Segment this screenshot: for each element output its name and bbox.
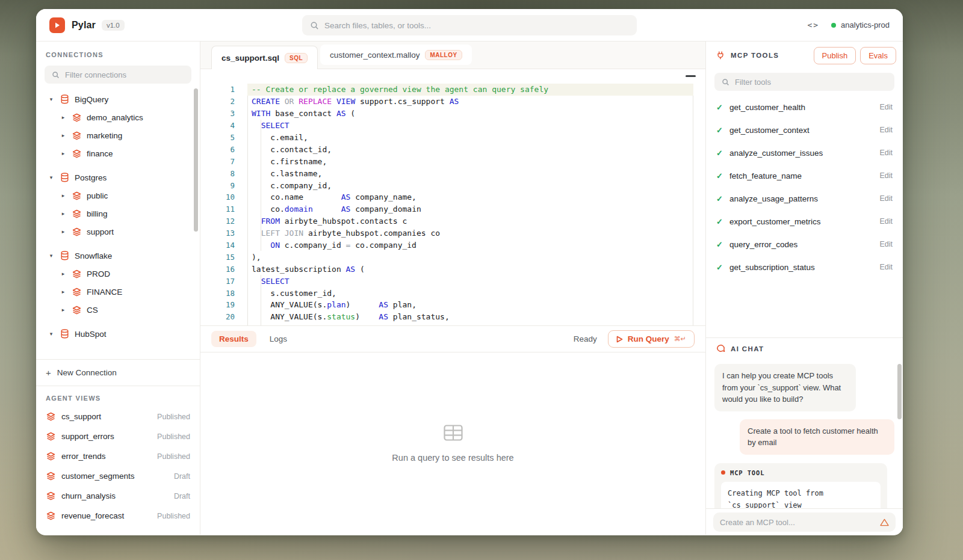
- global-search-input[interactable]: Search files, tables, or tools...: [302, 15, 637, 35]
- sidebar: CONNECTIONS Filter connections ▾BigQuery…: [36, 42, 200, 535]
- view-status-badge: Draft: [174, 492, 190, 500]
- schema-public[interactable]: ▸public: [36, 186, 200, 205]
- line-number: 9: [200, 181, 235, 190]
- code-line-2[interactable]: 2CREATE OR REPLACE VIEW support.cs_suppo…: [200, 96, 693, 108]
- agent-view-support_errors[interactable]: support_errorsPublished: [36, 426, 200, 446]
- mcp-tool-get_customer_context[interactable]: ✓get_customer_contextEdit: [706, 118, 903, 141]
- schema-layers-icon: [72, 305, 81, 315]
- filter-tools-input[interactable]: Filter tools: [714, 73, 894, 91]
- code-line-10[interactable]: 10 co.name AS company_name,: [200, 191, 693, 203]
- view-layers-icon: [46, 511, 55, 521]
- code-line-19[interactable]: 19 ANY_VALUE(s.plan) AS plan,: [200, 299, 693, 311]
- code-line-1[interactable]: 1-- Create or replace a governed view th…: [200, 84, 693, 96]
- language-badge: MALLOY: [425, 50, 462, 60]
- schema-finance[interactable]: ▸finance: [36, 144, 200, 162]
- editor-pane: cs_support.sqlSQLcustomer_context.malloy…: [200, 42, 705, 535]
- connection-hubspot[interactable]: ▾HubSpot: [36, 325, 200, 343]
- tab-logs[interactable]: Logs: [270, 334, 287, 343]
- edit-tool-link[interactable]: Edit: [879, 126, 893, 134]
- send-warning-icon[interactable]: [880, 518, 889, 526]
- mcp-tool-fetch_feature_name[interactable]: ✓fetch_feature_nameEdit: [706, 164, 903, 187]
- schema-cs[interactable]: ▸CS: [36, 301, 200, 319]
- caret-right-icon: ▸: [60, 289, 66, 295]
- code-line-3[interactable]: 3WITH base_contact AS (: [200, 108, 693, 120]
- tab-customer_context.malloy[interactable]: customer_context.malloyMALLOY: [320, 45, 472, 65]
- code-line-6[interactable]: 6 c.contact_id,: [200, 143, 693, 155]
- schema-demo_analytics[interactable]: ▸demo_analytics: [36, 108, 200, 126]
- edit-tool-link[interactable]: Edit: [879, 217, 893, 226]
- mcp-tool-query_error_codes[interactable]: ✓query_error_codesEdit: [706, 233, 903, 256]
- chat-messages[interactable]: I can help you create MCP tools from you…: [706, 359, 903, 508]
- code-line-14[interactable]: 14 ON c.company_id = co.company_id: [200, 239, 693, 251]
- mcp-tool-analyze_customer_issues[interactable]: ✓analyze_customer_issuesEdit: [706, 141, 903, 164]
- run-query-button[interactable]: Run Query ⌘↵: [608, 330, 695, 348]
- mcp-tool-export_customer_metrics[interactable]: ✓export_customer_metricsEdit: [706, 210, 903, 233]
- schema-layers-icon: [72, 287, 81, 297]
- code-line-7[interactable]: 7 c.firstname,: [200, 155, 693, 167]
- assistant-message: I can help you create MCP tools from you…: [714, 364, 856, 411]
- code-line-21[interactable]: 21 MAX(s.current_period_end) AS current_…: [200, 323, 693, 325]
- line-number: 5: [200, 133, 235, 142]
- connection-postgres[interactable]: ▾Postgres: [36, 168, 200, 186]
- collapse-editor-icon[interactable]: [686, 75, 696, 77]
- schema-layers-icon: [72, 269, 81, 278]
- agent-view-customer_segments[interactable]: customer_segmentsDraft: [36, 466, 200, 486]
- code-line-4[interactable]: 4 SELECT: [200, 120, 693, 132]
- edit-tool-link[interactable]: Edit: [879, 103, 893, 111]
- code-editor[interactable]: 1-- Create or replace a governed view th…: [200, 69, 705, 325]
- code-line-15[interactable]: 15),: [200, 251, 693, 263]
- code-line-13[interactable]: 13 LEFT JOIN airbyte_hubspot.companies c…: [200, 227, 693, 239]
- code-line-8[interactable]: 8 c.lastname,: [200, 167, 693, 179]
- global-search-placeholder: Search files, tables, or tools...: [324, 21, 431, 30]
- code-line-20[interactable]: 20 ANY_VALUE(s.status) AS plan_status,: [200, 311, 693, 323]
- schema-prod[interactable]: ▸PROD: [36, 265, 200, 283]
- sidebar-scrollbar[interactable]: [194, 88, 198, 232]
- code-line-17[interactable]: 17 SELECT: [200, 275, 693, 287]
- mcp-tool-get_subscription_status[interactable]: ✓get_subscription_statusEdit: [706, 256, 903, 278]
- schema-support[interactable]: ▸support: [36, 223, 200, 241]
- schema-billing[interactable]: ▸billing: [36, 205, 200, 223]
- code-line-9[interactable]: 9 c.company_id,: [200, 179, 693, 191]
- edit-tool-link[interactable]: Edit: [879, 194, 893, 203]
- mcp-tool-get_customer_health[interactable]: ✓get_customer_healthEdit: [706, 96, 903, 118]
- new-connection-button[interactable]: + New Connection: [36, 359, 200, 386]
- line-number: 20: [200, 312, 235, 321]
- code-line-5[interactable]: 5 c.email,: [200, 132, 693, 144]
- code-line-12[interactable]: 12 FROM airbyte_hubspot.contacts c: [200, 215, 693, 227]
- line-number: 1: [200, 85, 235, 94]
- database-icon: [60, 251, 69, 260]
- tab-results[interactable]: Results: [211, 331, 256, 347]
- chat-scrollbar[interactable]: [897, 364, 902, 419]
- edit-tool-link[interactable]: Edit: [879, 171, 893, 180]
- chat-bubble-icon: [716, 344, 725, 354]
- schema-marketing[interactable]: ▸marketing: [36, 126, 200, 144]
- caret-right-icon: ▸: [60, 132, 66, 138]
- agent-view-revenue_forecast[interactable]: revenue_forecastPublished: [36, 506, 200, 526]
- chat-input[interactable]: Create an MCP tool...: [713, 512, 896, 532]
- database-icon: [60, 173, 69, 182]
- environment-selector[interactable]: analytics-prod: [831, 20, 890, 29]
- publish-button[interactable]: Publish: [814, 47, 856, 64]
- code-line-11[interactable]: 11 co.domain AS company_domain: [200, 203, 693, 215]
- code-line-16[interactable]: 16latest_subscription AS (: [200, 263, 693, 275]
- mcp-tool-analyze_usage_patterns[interactable]: ✓analyze_usage_patternsEdit: [706, 187, 903, 210]
- filter-connections-input[interactable]: Filter connections: [45, 66, 191, 84]
- code-line-18[interactable]: 18 s.customer_id,: [200, 287, 693, 299]
- edit-tool-link[interactable]: Edit: [879, 149, 893, 157]
- edit-tool-link[interactable]: Edit: [879, 240, 893, 248]
- evals-button[interactable]: Evals: [860, 47, 896, 64]
- connection-snowflake[interactable]: ▾Snowflake: [36, 247, 200, 265]
- connection-bigquery[interactable]: ▾BigQuery: [36, 90, 200, 108]
- view-status-badge: Published: [157, 432, 190, 441]
- language-badge: SQL: [285, 53, 308, 63]
- schema-finance[interactable]: ▸FINANCE: [36, 283, 200, 301]
- code-icon[interactable]: <>: [807, 20, 819, 29]
- check-icon: ✓: [716, 126, 723, 135]
- search-icon: [51, 70, 60, 79]
- agent-view-error_trends[interactable]: error_trendsPublished: [36, 446, 200, 466]
- edit-tool-link[interactable]: Edit: [879, 263, 893, 271]
- line-number: 16: [200, 265, 235, 274]
- agent-view-churn_analysis[interactable]: churn_analysisDraft: [36, 486, 200, 506]
- agent-view-cs_support[interactable]: cs_supportPublished: [36, 407, 200, 426]
- tab-cs_support.sql[interactable]: cs_support.sqlSQL: [211, 46, 318, 69]
